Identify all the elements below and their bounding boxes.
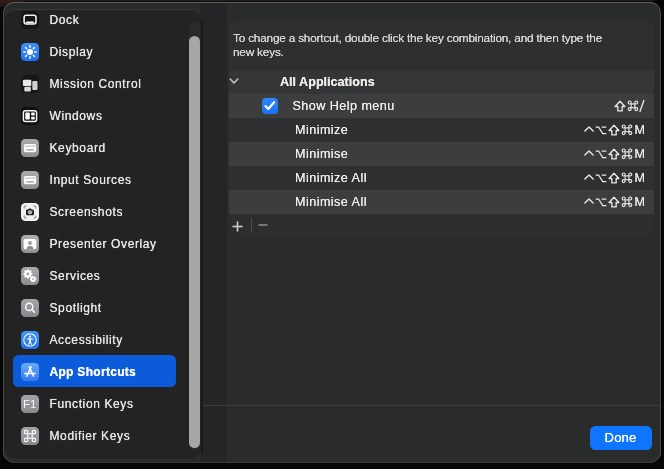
svg-text:F1: F1 — [23, 398, 37, 410]
